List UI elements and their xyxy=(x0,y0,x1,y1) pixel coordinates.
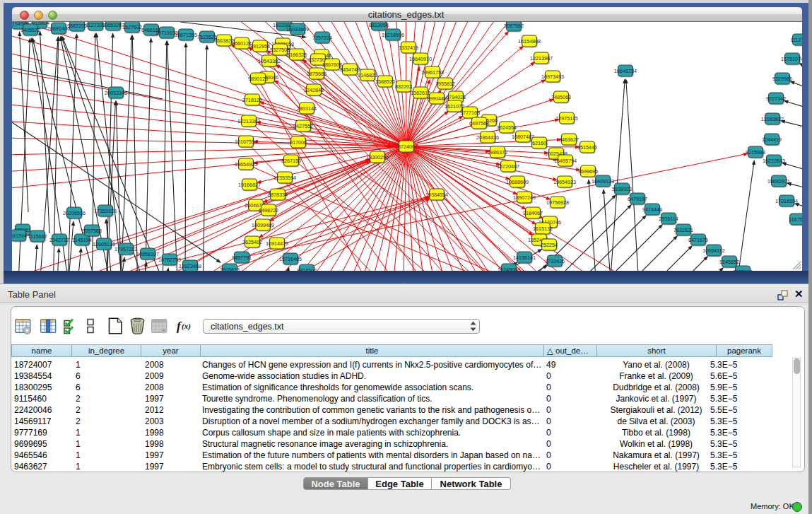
svg-text:16495794: 16495794 xyxy=(554,158,577,164)
svg-text:7663822: 7663822 xyxy=(214,37,234,44)
svg-text:9882205: 9882205 xyxy=(67,23,87,29)
svg-text:19654923: 19654923 xyxy=(553,179,576,185)
svg-text:1145194: 1145194 xyxy=(72,237,91,243)
svg-text:14136141: 14136141 xyxy=(513,255,536,261)
svg-text:17359928: 17359928 xyxy=(94,208,117,214)
svg-text:8990448: 8990448 xyxy=(427,95,447,102)
svg-text:12975115: 12975115 xyxy=(555,115,577,122)
svg-text:20206536: 20206536 xyxy=(63,210,86,216)
svg-text:8267150: 8267150 xyxy=(281,158,301,164)
svg-text:62160: 62160 xyxy=(532,140,546,146)
svg-text:8878334: 8878334 xyxy=(268,192,288,198)
svg-text:2803144: 2803144 xyxy=(297,105,317,112)
svg-text:16409123: 16409123 xyxy=(592,178,614,185)
svg-text:832203: 832203 xyxy=(395,83,412,90)
svg-text:10961758: 10961758 xyxy=(421,69,444,76)
svg-text:1588520: 1588520 xyxy=(375,78,395,85)
svg-text:16154808: 16154808 xyxy=(518,38,541,45)
svg-text:1733426: 1733426 xyxy=(545,258,565,264)
svg-text:8912954: 8912954 xyxy=(250,43,270,49)
svg-text:2935114: 2935114 xyxy=(659,216,678,222)
svg-text:8471676: 8471676 xyxy=(688,237,708,243)
svg-text:2718120: 2718120 xyxy=(242,97,262,103)
svg-text:15640910: 15640910 xyxy=(409,56,432,62)
svg-text:9245652: 9245652 xyxy=(719,259,739,265)
svg-text:9329966: 9329966 xyxy=(772,76,792,82)
svg-text:2942737: 2942737 xyxy=(49,237,69,243)
svg-text:10688609: 10688609 xyxy=(506,179,529,185)
svg-text:18907249: 18907249 xyxy=(513,194,536,201)
svg-text:1332419: 1332419 xyxy=(399,45,418,51)
svg-text:17016504: 17016504 xyxy=(775,198,798,204)
svg-text:7986372: 7986372 xyxy=(488,149,507,156)
svg-text:9890123: 9890123 xyxy=(248,76,268,82)
svg-text:6794028: 6794028 xyxy=(446,94,466,100)
svg-text:9146821: 9146821 xyxy=(358,72,377,78)
svg-text:10807487: 10807487 xyxy=(512,134,534,140)
svg-text:12353594: 12353594 xyxy=(273,175,296,181)
svg-text:1244419: 1244419 xyxy=(762,136,782,143)
svg-text:7625402: 7625402 xyxy=(242,239,262,245)
svg-text:7632621: 7632621 xyxy=(673,227,693,233)
svg-text:17957223: 17957223 xyxy=(114,246,137,252)
svg-text:8186328: 8186328 xyxy=(287,52,307,58)
svg-text:9777169: 9777169 xyxy=(460,110,480,116)
svg-text:12213383: 12213383 xyxy=(237,118,260,124)
svg-text:10958107: 10958107 xyxy=(136,251,159,257)
svg-text:9242848: 9242848 xyxy=(304,87,324,93)
svg-text:7905813: 7905813 xyxy=(220,267,240,271)
svg-text:12093822: 12093822 xyxy=(761,116,784,122)
svg-text:1527602: 1527602 xyxy=(122,24,142,30)
svg-text:252254: 252254 xyxy=(541,242,558,248)
svg-text:8215988: 8215988 xyxy=(746,149,765,156)
svg-text:8813054: 8813054 xyxy=(369,22,389,28)
svg-text:7485063: 7485063 xyxy=(551,94,571,100)
svg-text:20053346: 20053346 xyxy=(105,90,127,96)
svg-text:19166827: 19166827 xyxy=(238,182,261,188)
svg-text:116753: 116753 xyxy=(789,216,802,223)
svg-text:8660124: 8660124 xyxy=(232,40,252,47)
svg-text:15720407: 15720407 xyxy=(497,163,519,170)
svg-text:10973493: 10973493 xyxy=(541,74,564,80)
svg-text:1405572: 1405572 xyxy=(20,27,40,33)
svg-text:8427552: 8427552 xyxy=(293,123,313,129)
svg-text:19218506: 19218506 xyxy=(382,32,404,38)
svg-text:18724007: 18724007 xyxy=(395,144,418,150)
svg-text:9463627: 9463627 xyxy=(559,136,579,143)
svg-text:1115682: 1115682 xyxy=(28,233,47,240)
svg-text:16914479: 16914479 xyxy=(266,240,288,247)
svg-text:16671355: 16671355 xyxy=(175,32,197,38)
svg-text:9457791: 9457791 xyxy=(232,255,252,261)
svg-text:12905135: 12905135 xyxy=(93,241,115,247)
svg-text:(x): (x) xyxy=(182,322,191,331)
svg-text:1615132: 1615132 xyxy=(533,226,553,232)
svg-text:2867608: 2867608 xyxy=(322,62,342,68)
svg-text:9184067: 9184067 xyxy=(523,210,543,216)
svg-text:9802944: 9802944 xyxy=(733,269,753,271)
svg-text:12923468: 12923468 xyxy=(179,263,201,269)
svg-text:10653267: 10653267 xyxy=(102,22,124,28)
svg-text:917006: 917006 xyxy=(290,139,307,146)
svg-text:7357224: 7357224 xyxy=(312,35,332,41)
svg-text:1112773: 1112773 xyxy=(791,37,802,43)
svg-text:10107554: 10107554 xyxy=(235,139,257,145)
svg-text:10543382: 10543382 xyxy=(258,58,281,64)
svg-text:6479197: 6479197 xyxy=(628,196,647,202)
svg-text:9515440: 9515440 xyxy=(577,144,597,151)
svg-text:7955812: 7955812 xyxy=(435,81,455,87)
svg-text:2087682: 2087682 xyxy=(504,23,524,29)
svg-text:15751074: 15751074 xyxy=(781,56,802,62)
svg-text:3624554: 3624554 xyxy=(497,124,517,131)
svg-text:15716485: 15716485 xyxy=(279,256,302,262)
svg-text:16210643: 16210643 xyxy=(763,158,785,164)
svg-text:19654925: 19654925 xyxy=(235,161,257,168)
svg-text:5938923: 5938923 xyxy=(612,186,632,192)
svg-text:15692971: 15692971 xyxy=(767,178,790,185)
svg-text:6497568: 6497568 xyxy=(469,120,489,127)
svg-text:12213967: 12213967 xyxy=(530,55,553,62)
svg-text:9097568: 9097568 xyxy=(82,228,102,234)
svg-text:9227342: 9227342 xyxy=(766,95,786,102)
svg-text:391594: 391594 xyxy=(12,233,27,239)
svg-text:8454749: 8454749 xyxy=(340,66,360,73)
svg-text:8924502: 8924502 xyxy=(297,267,317,271)
